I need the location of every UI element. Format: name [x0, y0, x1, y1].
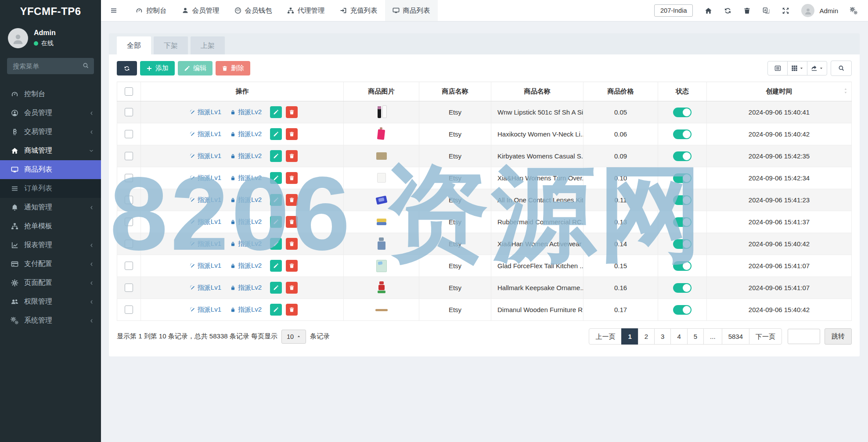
status-toggle[interactable]	[673, 108, 692, 117]
status-toggle[interactable]	[673, 239, 692, 249]
menu-toggle-icon[interactable]	[110, 7, 118, 14]
delete-row-button[interactable]	[286, 128, 298, 140]
assign-lv1-link[interactable]: 指派Lv1	[190, 152, 221, 160]
columns-button[interactable]	[787, 61, 807, 75]
page-size-select[interactable]: 10	[281, 330, 306, 344]
translate-icon[interactable]	[763, 7, 770, 14]
assign-lv2-link[interactable]: 指派Lv2	[230, 196, 262, 204]
refresh-button[interactable]	[117, 61, 137, 75]
assign-lv1-link[interactable]: 指派Lv1	[190, 305, 221, 314]
select-all-checkbox[interactable]	[125, 87, 133, 96]
sidebar-item-list[interactable]: 订单列表	[0, 179, 101, 198]
assign-lv2-link[interactable]: 指派Lv2	[230, 130, 262, 138]
add-button[interactable]: 添加	[140, 61, 175, 75]
assign-lv1-link[interactable]: 指派Lv1	[190, 262, 221, 270]
tab-1[interactable]: 下架	[154, 36, 188, 54]
delete-row-button[interactable]	[286, 106, 298, 118]
delete-row-button[interactable]	[286, 304, 298, 316]
page-button[interactable]: 4	[670, 328, 687, 345]
trash-icon[interactable]	[743, 7, 751, 14]
assign-lv2-link[interactable]: 指派Lv2	[230, 174, 262, 182]
edit-row-button[interactable]	[270, 238, 282, 250]
row-checkbox[interactable]	[125, 262, 133, 270]
edit-row-button[interactable]	[270, 172, 282, 184]
page-button[interactable]: 下一页	[749, 328, 782, 345]
topnav-item-cc[interactable]: 会员钱包	[227, 0, 280, 21]
assign-lv2-link[interactable]: 指派Lv2	[230, 152, 262, 160]
sort-icon[interactable]	[843, 88, 849, 94]
region-selector[interactable]: 207-India	[654, 4, 693, 17]
assign-lv2-link[interactable]: 指派Lv2	[230, 284, 262, 292]
row-checkbox[interactable]	[125, 240, 133, 248]
refresh-icon[interactable]	[724, 7, 731, 14]
assign-lv2-link[interactable]: 指派Lv2	[230, 262, 262, 270]
topbar-avatar[interactable]	[801, 4, 814, 17]
page-button[interactable]: 2	[638, 328, 655, 345]
assign-lv2-link[interactable]: 指派Lv2	[230, 218, 262, 226]
sidebar-item-btc[interactable]: 交易管理	[0, 122, 101, 141]
sidebar-search-input[interactable]	[7, 58, 94, 74]
row-checkbox[interactable]	[125, 305, 133, 314]
delete-row-button[interactable]	[286, 282, 298, 294]
edit-row-button[interactable]	[270, 282, 282, 294]
assign-lv1-link[interactable]: 指派Lv1	[190, 196, 221, 204]
assign-lv1-link[interactable]: 指派Lv1	[190, 174, 221, 182]
status-toggle[interactable]	[673, 151, 692, 161]
edit-row-button[interactable]	[270, 194, 282, 206]
assign-lv2-link[interactable]: 指派Lv2	[230, 305, 262, 314]
edit-row-button[interactable]	[270, 150, 282, 162]
fullscreen-icon[interactable]	[782, 7, 789, 14]
topnav-item-desktop[interactable]: 商品列表	[385, 0, 438, 21]
sidebar-item-sitemap[interactable]: 抢单模板	[0, 217, 101, 236]
sidebar-item-home[interactable]: 商城管理	[0, 141, 101, 160]
page-button[interactable]: 上一页	[589, 328, 622, 345]
row-checkbox[interactable]	[125, 284, 133, 292]
topnav-item-user[interactable]: 会员管理	[174, 0, 227, 21]
edit-row-button[interactable]	[270, 304, 282, 316]
assign-lv1-link[interactable]: 指派Lv1	[190, 218, 221, 226]
assign-lv2-link[interactable]: 指派Lv2	[230, 240, 262, 248]
delete-button[interactable]: 删除	[216, 61, 250, 75]
sidebar-item-card[interactable]: 支付配置	[0, 255, 101, 273]
page-button[interactable]: ...	[703, 328, 722, 345]
assign-lv1-link[interactable]: 指派Lv1	[190, 284, 221, 292]
assign-lv1-link[interactable]: 指派Lv1	[190, 130, 221, 138]
edit-row-button[interactable]	[270, 128, 282, 140]
delete-row-button[interactable]	[286, 194, 298, 206]
assign-lv1-link[interactable]: 指派Lv1	[190, 108, 221, 116]
edit-row-button[interactable]	[270, 106, 282, 118]
sidebar-item-member[interactable]: 会员管理	[0, 104, 101, 122]
status-toggle[interactable]	[673, 305, 692, 315]
topnav-item-signin[interactable]: 充值列表	[332, 0, 385, 21]
detail-view-button[interactable]	[767, 61, 788, 75]
row-checkbox[interactable]	[125, 196, 133, 204]
delete-row-button[interactable]	[286, 238, 298, 250]
sidebar-item-cogs[interactable]: 系统管理	[0, 311, 101, 330]
sidebar-item-desktop[interactable]: 商品列表	[0, 160, 101, 179]
jump-button[interactable]: 跳转	[825, 328, 852, 345]
row-checkbox[interactable]	[125, 174, 133, 182]
row-checkbox[interactable]	[125, 218, 133, 226]
edit-button[interactable]: 编辑	[178, 61, 212, 75]
table-search-button[interactable]	[831, 61, 852, 76]
tab-0[interactable]: 全部	[117, 36, 151, 54]
row-checkbox[interactable]	[125, 108, 133, 116]
status-toggle[interactable]	[673, 129, 692, 139]
sidebar-item-gauge[interactable]: 控制台	[0, 85, 101, 104]
edit-row-button[interactable]	[270, 216, 282, 228]
status-toggle[interactable]	[673, 283, 692, 293]
sidebar-item-gear[interactable]: 页面配置	[0, 273, 101, 292]
assign-lv2-link[interactable]: 指派Lv2	[230, 108, 262, 116]
page-button[interactable]: 3	[654, 328, 671, 345]
status-toggle[interactable]	[673, 195, 692, 205]
sidebar-item-chart[interactable]: 报表管理	[0, 236, 101, 255]
export-button[interactable]	[807, 61, 827, 75]
status-toggle[interactable]	[673, 173, 692, 183]
delete-row-button[interactable]	[286, 260, 298, 272]
sidebar-item-bell[interactable]: 通知管理	[0, 198, 101, 217]
topnav-item-gauge[interactable]: 控制台	[128, 0, 174, 21]
page-jump-input[interactable]	[788, 329, 820, 344]
status-toggle[interactable]	[673, 261, 692, 271]
status-toggle[interactable]	[673, 217, 692, 227]
topnav-item-sitemap[interactable]: 代理管理	[280, 0, 332, 21]
